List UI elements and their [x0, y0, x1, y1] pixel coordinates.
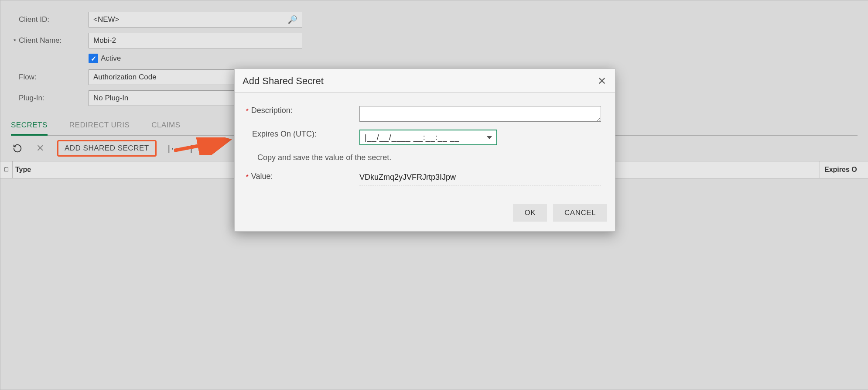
description-input[interactable] — [359, 106, 601, 122]
spacer — [14, 95, 18, 102]
tab-secrets[interactable]: SECRETS — [11, 116, 48, 136]
required-mark: * — [14, 37, 18, 44]
close-icon[interactable]: ✕ — [598, 75, 606, 87]
grid-col-expires[interactable]: Expires O — [820, 161, 868, 178]
spacer — [14, 16, 18, 24]
active-checkbox[interactable]: ✓ — [89, 54, 98, 63]
dialog-title: Add Shared Secret — [243, 75, 324, 87]
client-name-input[interactable]: Mobi-2 — [89, 33, 302, 48]
required-mark: * — [246, 107, 249, 114]
plugin-label: Plug-In: — [19, 94, 89, 103]
chevron-down-icon[interactable] — [487, 136, 492, 139]
expires-placeholder: |__/__/____ __:__:__ __ — [365, 133, 460, 142]
value-label: Value: — [251, 172, 273, 181]
active-label: Active — [101, 54, 121, 63]
add-shared-secret-dialog: Add Shared Secret ✕ * Description: Expir… — [234, 68, 615, 232]
grid-select-all-icon[interactable] — [0, 161, 13, 178]
search-icon[interactable]: 🔍 — [288, 15, 297, 24]
export-excel-icon[interactable]: X — [204, 144, 215, 153]
expires-datepicker[interactable]: |__/__/____ __:__:__ __ — [359, 130, 497, 145]
cancel-button[interactable]: CANCEL — [553, 204, 607, 222]
required-mark: * — [246, 173, 249, 180]
add-shared-secret-button[interactable]: ADD SHARED SECRET — [57, 140, 157, 157]
description-label: Description: — [251, 106, 293, 115]
svg-rect-0 — [4, 168, 8, 171]
plugin-value: No Plug-In — [93, 94, 128, 103]
spacer — [14, 74, 18, 81]
refresh-icon[interactable] — [12, 143, 23, 154]
column-adjust-icon[interactable]: |←→| — [168, 144, 192, 154]
client-id-value: <NEW> — [93, 15, 120, 24]
client-id-label: Client ID: — [19, 15, 89, 24]
secret-value: VDkuZmq2yJVFRJrtp3IJpw — [359, 172, 601, 186]
flow-value: Authorization Code — [93, 73, 157, 82]
expires-label: Expires On (UTC): — [252, 130, 317, 139]
client-id-input[interactable]: <NEW> 🔍 — [89, 12, 302, 27]
flow-label: Flow: — [19, 73, 89, 82]
client-name-label: Client Name: — [19, 36, 89, 45]
ok-button[interactable]: OK — [513, 204, 547, 222]
copy-secret-note: Copy and save the value of the secret. — [257, 153, 604, 162]
clear-icon[interactable]: ✕ — [34, 143, 46, 154]
tab-claims[interactable]: CLAIMS — [151, 116, 180, 135]
tab-redirect-uris[interactable]: REDIRECT URIS — [69, 116, 130, 135]
client-name-value: Mobi-2 — [93, 36, 116, 45]
